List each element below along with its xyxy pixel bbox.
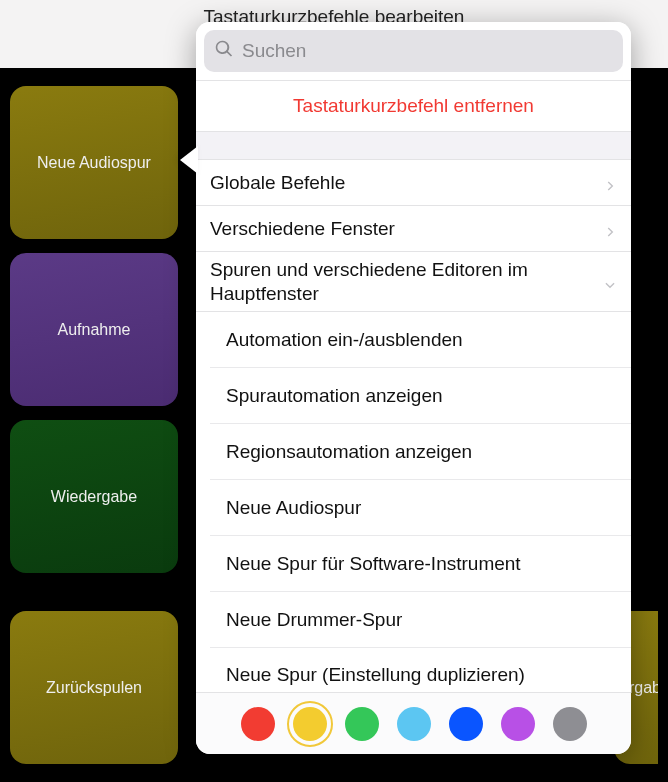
command-item[interactable]: Neue Spur für Software-Instrument [210,536,631,592]
command-item[interactable]: Neue Audiospur [210,480,631,536]
category-label: Globale Befehle [210,171,603,195]
category-label: Verschiedene Fenster [210,217,603,241]
category-spuren-editoren[interactable]: Spuren und verschiedene Editoren im Haup… [196,252,631,312]
command-label: Neue Drummer-Spur [226,609,402,631]
color-red[interactable] [241,707,275,741]
remove-shortcut-button[interactable]: Tastaturkurzbefehl entfernen [196,80,631,132]
command-item[interactable]: Automation ein-/ausblenden [210,312,631,368]
command-item[interactable]: Regionsautomation anzeigen [210,424,631,480]
search-input[interactable]: Suchen [204,30,623,72]
color-lightblue[interactable] [397,707,431,741]
search-icon [214,39,234,63]
command-label: Automation ein-/ausblenden [226,329,463,351]
chevron-right-icon [603,222,617,236]
category-verschiedene-fenster[interactable]: Verschiedene Fenster [196,206,631,252]
command-item[interactable]: Neue Drummer-Spur [210,592,631,648]
color-green[interactable] [345,707,379,741]
command-label: Neue Audiospur [226,497,361,519]
color-gray[interactable] [553,707,587,741]
tile-aufnahme[interactable]: Aufnahme [10,253,178,406]
command-label: Neue Spur für Software-Instrument [226,553,521,575]
category-globale-befehle[interactable]: Globale Befehle [196,160,631,206]
command-item[interactable]: Neue Spur (Einstellung duplizieren) [210,648,631,692]
color-purple[interactable] [501,707,535,741]
tile-label: Zurückspulen [46,679,142,697]
tile-zurueckspulen[interactable]: Zurückspulen [10,611,178,764]
tile-wiedergabe[interactable]: Wiedergabe [10,420,178,573]
shortcut-popover: Suchen Tastaturkurzbefehl entfernen Glob… [196,22,631,754]
command-label: Neue Spur (Einstellung duplizieren) [226,664,525,686]
tile-label: Aufnahme [58,321,131,339]
section-gap [196,132,631,160]
search-wrap: Suchen [196,22,631,80]
chevron-down-icon [603,275,617,289]
color-picker [196,692,631,754]
tile-label: Wiedergabe [51,488,137,506]
color-yellow[interactable] [293,707,327,741]
tile-neue-audiospur[interactable]: Neue Audiospur [10,86,178,239]
command-label: Regionsautomation anzeigen [226,441,472,463]
search-placeholder: Suchen [242,40,306,62]
category-label: Spuren und verschiedene Editoren im Haup… [210,258,603,306]
color-blue[interactable] [449,707,483,741]
popover-arrow [180,146,198,174]
remove-label: Tastaturkurzbefehl entfernen [293,95,534,117]
command-item[interactable]: Spurautomation anzeigen [210,368,631,424]
tile-label: Neue Audiospur [37,154,151,172]
command-list: Automation ein-/ausblenden Spurautomatio… [196,312,631,692]
chevron-right-icon [603,176,617,190]
command-label: Spurautomation anzeigen [226,385,443,407]
